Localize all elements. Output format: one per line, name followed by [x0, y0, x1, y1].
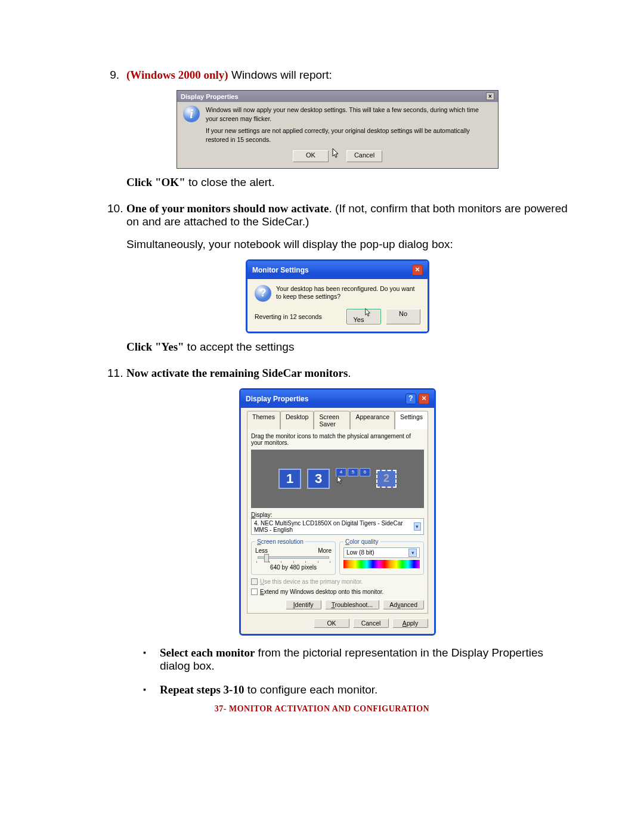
drag-instruction: Drag the monitor icons to match the phys…: [251, 433, 424, 446]
yes-button[interactable]: Yes: [346, 309, 381, 324]
monitor-3[interactable]: 3: [307, 469, 330, 489]
step-10-after: Click "Yes" to accept the settings: [126, 340, 568, 354]
question-icon: ?: [255, 285, 271, 302]
resolution-caption: 640 by 480 pixels: [255, 564, 332, 571]
cursor-icon: [366, 310, 374, 322]
help-icon[interactable]: ?: [405, 394, 416, 404]
primary-monitor-checkbox: Use this device as the primary monitor.: [251, 578, 424, 585]
dialog1-msg1: Windows will now apply your new desktop …: [206, 106, 492, 123]
chevron-down-icon[interactable]: ▾: [408, 549, 417, 557]
extend-desktop-checkbox[interactable]: Extend my Windows desktop onto this moni…: [251, 589, 424, 595]
monitor-arrangement-area[interactable]: 1 3 4 5 6 2: [251, 450, 424, 508]
apply-button[interactable]: Apply: [392, 618, 428, 628]
info-icon: i: [183, 106, 200, 122]
close-icon[interactable]: ×: [486, 92, 494, 100]
color-quality-dropdown[interactable]: Low (8 bit) ▾: [343, 547, 420, 558]
cursor-icon: [338, 478, 346, 490]
step-10: 10. One of your monitors should now acti…: [107, 202, 568, 251]
step-11-number: 11.: [107, 367, 126, 380]
step-9-prefix: (Windows 2000 only): [126, 69, 228, 81]
monitor-2-selected[interactable]: 2: [376, 470, 397, 488]
display-dropdown[interactable]: 4. NEC MultiSync LCD1850X on Digital Tig…: [251, 518, 424, 535]
mini-monitor[interactable]: 5: [348, 468, 358, 476]
no-button[interactable]: No: [386, 309, 420, 324]
tab-themes[interactable]: Themes: [247, 411, 280, 429]
display-label: Display:: [251, 512, 424, 518]
resolution-slider[interactable]: [258, 556, 329, 559]
step-11: 11. Now activate the remaining SideCar m…: [107, 367, 568, 380]
revert-text: Reverting in 12 seconds: [255, 313, 322, 320]
step-9-text: Windows will report:: [228, 69, 332, 81]
mini-monitor[interactable]: 6: [360, 468, 370, 476]
step-10-number: 10.: [107, 202, 126, 251]
color-quality-group: Color quality Low (8 bit) ▾: [339, 538, 424, 575]
advanced-button[interactable]: Advanced: [383, 600, 424, 609]
cursor-icon: [333, 150, 342, 162]
chevron-down-icon[interactable]: ▾: [414, 522, 421, 531]
close-icon[interactable]: ×: [419, 394, 429, 404]
tab-appearance[interactable]: Appearance: [350, 411, 395, 429]
color-spectrum: [343, 560, 420, 568]
monitor-1[interactable]: 1: [278, 469, 301, 489]
tab-settings[interactable]: Settings: [395, 411, 428, 429]
dialog1-title: Display Properties: [181, 93, 239, 100]
tab-desktop[interactable]: Desktop: [280, 411, 314, 429]
troubleshoot-button[interactable]: Troubleshoot...: [325, 600, 380, 609]
step-10-line2: Simultaneously, your notebook will displ…: [126, 238, 568, 251]
step-9-number: 9.: [107, 69, 126, 82]
display-properties-alert-dialog: Display Properties × i Windows will now …: [177, 90, 499, 169]
bullet-1: ▪ Select each monitor from the pictorial…: [143, 646, 568, 673]
ok-button[interactable]: OK: [293, 150, 329, 162]
step-9-after: Click "OK" to close the alert.: [126, 176, 568, 189]
ok-button[interactable]: OK: [314, 618, 349, 628]
cancel-button[interactable]: Cancel: [353, 618, 389, 628]
dialog3-title: Display Properties: [246, 395, 308, 403]
monitor-settings-dialog: Monitor Settings × ? Your desktop has be…: [246, 259, 429, 333]
cancel-button[interactable]: Cancel: [346, 150, 382, 162]
close-icon[interactable]: ×: [412, 265, 423, 275]
identify-button[interactable]: Identify: [286, 600, 321, 609]
dialog2-msg: Your desktop has been reconfigured. Do y…: [276, 285, 420, 302]
screen-resolution-group: Screen resolution Less More 640 by 480 p…: [251, 538, 336, 575]
display-properties-dialog: Display Properties ? × Themes Desktop Sc…: [239, 388, 436, 636]
dialog2-title: Monitor Settings: [252, 266, 309, 274]
step-9: 9. (Windows 2000 only) Windows will repo…: [107, 69, 568, 82]
dialog1-msg2: If your new settings are not applied cor…: [206, 126, 492, 144]
tab-screensaver[interactable]: Screen Saver: [314, 411, 350, 429]
mini-monitors: 4 5 6: [336, 468, 370, 490]
bullet-2: ▪ Repeat steps 3-10 to configure each mo…: [143, 683, 568, 696]
page-footer: 37- MONITOR ACTIVATION AND CONFIGURATION: [0, 704, 644, 714]
